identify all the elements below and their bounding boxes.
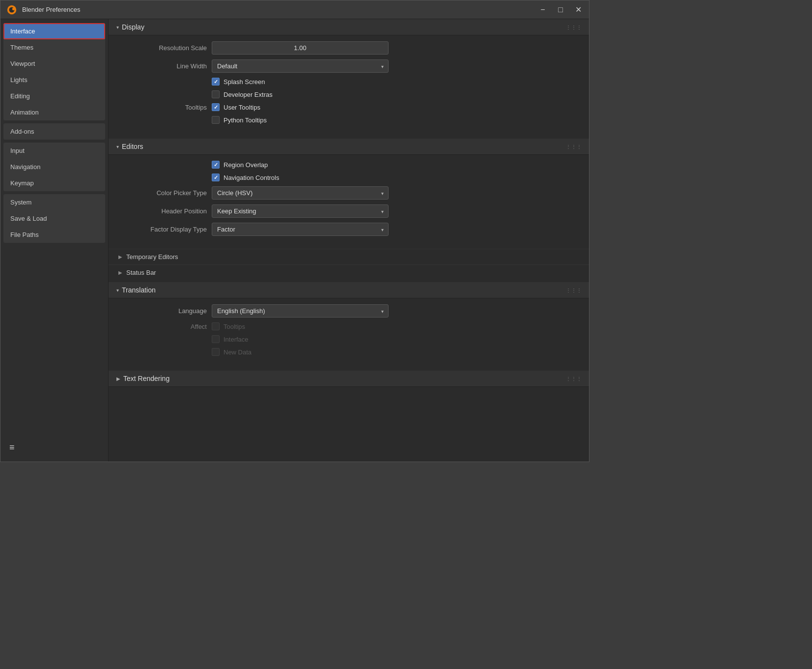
content-area: ▾ Display ⋮⋮⋮ Resolution Scale Line Widt… (109, 19, 589, 462)
color-picker-type-row: Color Picker Type Circle (HSV) Circle (H… (118, 186, 579, 200)
region-overlap-checkbox[interactable]: ✓ (212, 161, 220, 169)
python-tooltips-checkbox[interactable] (212, 116, 220, 124)
language-row: Language English (English) Spanish Frenc… (118, 304, 579, 318)
affect-new-data-control: New Data (212, 348, 389, 356)
editors-chevron-icon: ▾ (116, 144, 119, 149)
splash-screen-label: Splash Screen (224, 78, 265, 86)
text-rendering-section: ▶ Text Rendering ⋮⋮⋮ (109, 371, 589, 389)
navigation-controls-checkbox[interactable]: ✓ (212, 174, 220, 181)
temporary-editors-chevron-icon: ▶ (118, 254, 122, 260)
display-section-title: Display (122, 23, 144, 31)
translation-section-title: Translation (122, 286, 156, 294)
editors-section: ▾ Editors ⋮⋮⋮ ✓ Region Overlap (109, 139, 589, 282)
affect-interface-row: Interface (118, 335, 579, 343)
tooltips-control: ✓ User Tooltips (212, 103, 389, 111)
region-overlap-checkbox-container[interactable]: ✓ Region Overlap (212, 161, 389, 169)
sidebar-item-animation[interactable]: Animation (3, 104, 105, 120)
hamburger-button[interactable]: ≡ (3, 438, 105, 457)
user-tooltips-checkbox[interactable]: ✓ (212, 103, 220, 111)
display-section-header[interactable]: ▾ Display ⋮⋮⋮ (109, 19, 589, 35)
header-position-control: Keep Existing Top Bottom ▾ (212, 204, 389, 218)
affect-interface-checkbox[interactable] (212, 335, 220, 343)
splash-screen-checkbox[interactable]: ✓ (212, 78, 220, 86)
sidebar-item-input[interactable]: Input (3, 143, 105, 159)
display-chevron-icon: ▾ (116, 25, 119, 30)
editors-section-body: ✓ Region Overlap ✓ (109, 155, 589, 249)
temporary-editors-header[interactable]: ▶ Temporary Editors (109, 249, 589, 264)
language-select[interactable]: English (English) Spanish French German … (212, 304, 389, 318)
color-picker-type-select[interactable]: Circle (HSV) Circle (HSL) Square (SV+H) … (212, 186, 389, 200)
navigation-controls-row: ✓ Navigation Controls (118, 174, 579, 181)
translation-section-body: Language English (English) Spanish Frenc… (109, 298, 589, 369)
affect-interface-checkbox-container[interactable]: Interface (212, 335, 389, 343)
resolution-scale-input[interactable] (212, 41, 389, 55)
color-picker-type-label: Color Picker Type (118, 189, 207, 197)
sidebar-item-themes[interactable]: Themes (3, 39, 105, 56)
display-section-body: Resolution Scale Line Width Default Thin (109, 35, 589, 137)
affect-tooltips-row: Affect Tooltips (118, 322, 579, 330)
header-position-row: Header Position Keep Existing Top Bottom… (118, 204, 579, 218)
python-tooltips-checkbox-container[interactable]: Python Tooltips (212, 116, 389, 124)
developer-extras-control: Developer Extras (212, 90, 389, 98)
affect-tooltips-checkbox-container[interactable]: Tooltips (212, 322, 389, 330)
editors-section-title: Editors (122, 143, 143, 150)
factor-display-type-select[interactable]: Factor Percentage (212, 223, 389, 236)
sidebar-item-interface[interactable]: Interface (3, 23, 105, 39)
sidebar-item-keymap[interactable]: Keymap (3, 175, 105, 191)
affect-new-data-checkbox[interactable] (212, 348, 220, 356)
sidebar-item-system[interactable]: System (3, 194, 105, 210)
developer-extras-checkbox[interactable] (212, 90, 220, 98)
affect-new-data-checkbox-container[interactable]: New Data (212, 348, 389, 356)
developer-extras-checkbox-container[interactable]: Developer Extras (212, 90, 389, 98)
resolution-scale-label: Resolution Scale (118, 44, 207, 52)
affect-tooltips-label: Tooltips (224, 323, 245, 330)
sidebar-item-editing[interactable]: Editing (3, 88, 105, 104)
translation-dots-icon: ⋮⋮⋮ (566, 288, 582, 293)
python-tooltips-label: Python Tooltips (224, 116, 267, 124)
splash-screen-checkbox-container[interactable]: ✓ Splash Screen (212, 78, 389, 86)
translation-chevron-icon: ▾ (116, 288, 119, 293)
navigation-controls-checkbox-container[interactable]: ✓ Navigation Controls (212, 174, 389, 181)
navigation-controls-label: Navigation Controls (224, 174, 279, 181)
developer-extras-label: Developer Extras (224, 91, 273, 98)
text-rendering-chevron-icon: ▶ (116, 376, 120, 381)
developer-extras-row: Developer Extras (118, 90, 579, 98)
window-title: Blender Preferences (22, 6, 538, 13)
region-overlap-control: ✓ Region Overlap (212, 161, 389, 169)
sidebar-item-file-paths[interactable]: File Paths (3, 227, 105, 243)
line-width-row: Line Width Default Thin Thick ▾ (118, 59, 579, 73)
sidebar-item-navigation[interactable]: Navigation (3, 159, 105, 175)
user-tooltips-label: User Tooltips (224, 104, 260, 111)
close-button[interactable]: ✕ (573, 5, 583, 14)
language-control: English (English) Spanish French German … (212, 304, 389, 318)
sidebar-item-save-load[interactable]: Save & Load (3, 210, 105, 227)
status-bar-chevron-icon: ▶ (118, 270, 122, 275)
text-rendering-section-header[interactable]: ▶ Text Rendering ⋮⋮⋮ (109, 371, 589, 387)
status-bar-header[interactable]: ▶ Status Bar (109, 264, 589, 280)
line-width-select[interactable]: Default Thin Thick (212, 59, 389, 73)
translation-section-header[interactable]: ▾ Translation ⋮⋮⋮ (109, 282, 589, 298)
splash-screen-control: ✓ Splash Screen (212, 78, 389, 86)
sidebar-item-addons[interactable]: Add-ons (3, 123, 105, 140)
factor-display-type-label: Factor Display Type (118, 226, 207, 233)
editors-dots-icon: ⋮⋮⋮ (566, 144, 582, 149)
navigation-controls-check-icon: ✓ (214, 175, 218, 181)
user-tooltips-checkbox-container[interactable]: ✓ User Tooltips (212, 103, 389, 111)
svg-point-2 (12, 7, 15, 10)
line-width-label: Line Width (118, 62, 207, 70)
header-position-label: Header Position (118, 207, 207, 215)
navigation-controls-control: ✓ Navigation Controls (212, 174, 389, 181)
sidebar-item-lights[interactable]: Lights (3, 72, 105, 88)
header-position-select[interactable]: Keep Existing Top Bottom (212, 204, 389, 218)
sidebar-group-4: System Save & Load File Paths (3, 194, 105, 243)
maximize-button[interactable]: □ (556, 5, 565, 14)
affect-tooltips-checkbox[interactable] (212, 322, 220, 330)
python-tooltips-row: Python Tooltips (118, 116, 579, 124)
editors-section-header[interactable]: ▾ Editors ⋮⋮⋮ (109, 139, 589, 155)
python-tooltips-control: Python Tooltips (212, 116, 389, 124)
display-dots-icon: ⋮⋮⋮ (566, 25, 582, 30)
sidebar-item-viewport[interactable]: Viewport (3, 56, 105, 72)
affect-interface-label: Interface (224, 336, 249, 343)
resolution-scale-row: Resolution Scale (118, 41, 579, 55)
minimize-button[interactable]: − (538, 5, 548, 14)
